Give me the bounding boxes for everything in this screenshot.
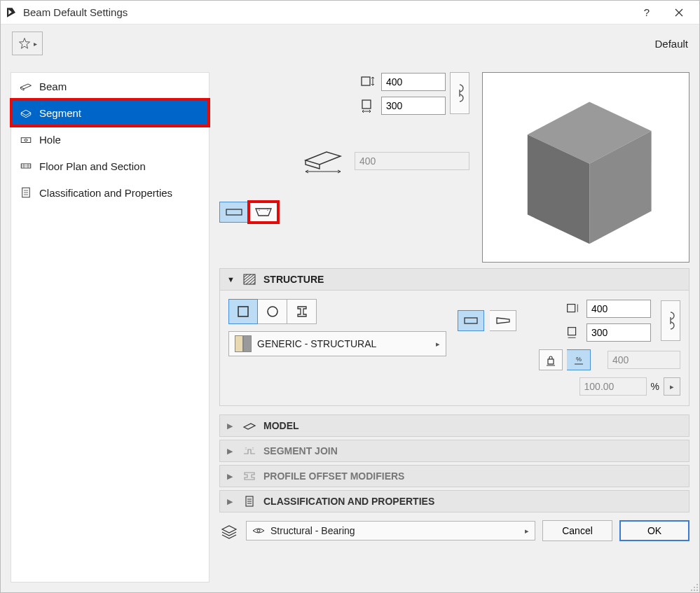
section-profile-offset-header[interactable]: ▶ PROFILE OFFSET MODIFIERS [219,465,689,487]
svg-rect-15 [568,328,576,335]
lock-dimension-button[interactable] [539,349,563,370]
default-label: Default [654,38,688,50]
help-button[interactable]: ? [631,1,663,25]
model-icon [242,419,256,432]
layer-selector[interactable]: Structural - Bearing ▸ [246,521,535,540]
percent-menu-button[interactable]: ▸ [664,377,680,396]
structure-link-button[interactable] [661,300,680,341]
svg-point-1 [25,139,28,141]
structure-width-input[interactable] [586,323,651,342]
svg-text:%: % [575,356,581,363]
section-title: CLASSIFICATION AND PROPERTIES [263,496,434,507]
expand-icon: ▶ [227,497,235,506]
section-title: SEGMENT JOIN [263,445,338,456]
collapse-icon: ▼ [227,275,235,284]
cross-section-circular-button[interactable] [258,299,287,324]
chevron-right-icon: ▸ [436,340,440,349]
svg-rect-11 [238,307,248,316]
height-input[interactable] [381,73,446,91]
sidebar-item-label: Segment [39,107,200,119]
svg-rect-13 [465,318,477,323]
beam-icon [20,80,32,92]
sidebar-item-label: Hole [39,134,200,146]
structure-height-input[interactable] [586,300,651,318]
svg-rect-0 [21,138,31,143]
square-icon [236,305,250,319]
resize-grip-icon[interactable] [689,582,699,592]
sidebar-item-label: Floor Plan and Section [39,160,200,172]
link-dimensions-button[interactable] [450,72,469,114]
hole-icon [20,133,32,146]
flat-end-icon [463,316,479,326]
ok-button[interactable]: OK [619,520,689,541]
favorites-button[interactable]: ▸ [12,32,43,55]
sidebar-item-classification[interactable]: Classification and Properties [11,179,209,206]
app-icon [5,6,18,19]
svg-point-24 [694,589,695,591]
ibeam-icon [295,305,309,319]
svg-rect-4 [362,77,370,85]
star-icon [18,37,31,50]
percent-input [579,377,647,396]
linked-dimension-input [608,351,680,369]
material-selector[interactable]: GENERIC - STRUCTURAL ▸ [228,331,446,356]
cross-section-rectangular-button[interactable] [228,299,258,324]
sidebar-item-beam[interactable]: Beam [11,73,209,99]
end-type-tapered-button[interactable] [490,310,516,331]
layer-name: Structural - Bearing [270,525,355,536]
chevron-right-icon: ▸ [670,382,674,391]
svg-point-22 [696,587,698,588]
footer-bar: Structural - Bearing ▸ Cancel OK [219,517,689,545]
svg-point-12 [268,307,277,316]
section-title: MODEL [263,420,299,431]
height-icon [359,72,376,92]
segment-type-tapered-button[interactable] [249,202,278,223]
floorplan-icon [20,160,32,172]
svg-rect-6 [226,209,242,215]
percent-dimension-button[interactable]: % [567,349,591,370]
cancel-button[interactable]: Cancel [542,520,612,541]
sidebar-item-label: Classification and Properties [39,187,200,199]
material-label: GENERIC - STRUCTURAL [257,338,430,349]
length-icon [301,145,346,176]
close-icon [675,8,683,17]
layers-icon [219,522,239,539]
svg-point-23 [691,589,692,591]
close-button[interactable] [663,1,695,25]
svg-point-19 [257,529,260,532]
percent-icon: % [572,354,585,366]
segment-icon [20,106,32,119]
svg-rect-5 [362,100,371,109]
svg-rect-16 [548,359,554,364]
section-structure-header[interactable]: ▼ STRUCTURE [219,268,689,291]
section-segment-join-header[interactable]: ▶ SEGMENT JOIN [219,440,689,462]
straight-segment-icon [225,207,243,218]
svg-point-21 [694,587,695,588]
width-icon [564,323,581,342]
chevron-right-icon: ▸ [34,40,37,48]
section-model-header[interactable]: ▶ MODEL [219,414,689,437]
expand-icon: ▶ [227,421,235,431]
material-swatches [235,335,252,352]
percent-unit: % [651,381,659,392]
beam-preview-icon [488,76,684,258]
link-icon [455,83,465,104]
link-icon [666,310,675,331]
lock-icon [544,354,557,366]
expand-icon: ▶ [227,447,235,456]
title-bar: Beam Default Settings ? [1,1,699,25]
section-classification-header[interactable]: ▶ CLASSIFICATION AND PROPERTIES [219,490,689,512]
cross-section-profile-button[interactable] [287,299,317,324]
document-icon [242,495,256,508]
segment-type-straight-button[interactable] [219,202,249,223]
height-icon [564,299,581,319]
favorites-bar: ▸ Default [1,25,699,62]
end-type-flat-button[interactable] [458,310,484,331]
sidebar-item-hole[interactable]: Hole [11,126,209,153]
width-input[interactable] [381,97,446,115]
offset-icon [242,470,256,482]
sidebar-item-segment[interactable]: Segment [11,99,209,126]
preview-3d [482,72,689,263]
section-title: STRUCTURE [263,274,324,285]
sidebar-item-floorplan[interactable]: Floor Plan and Section [11,153,209,179]
